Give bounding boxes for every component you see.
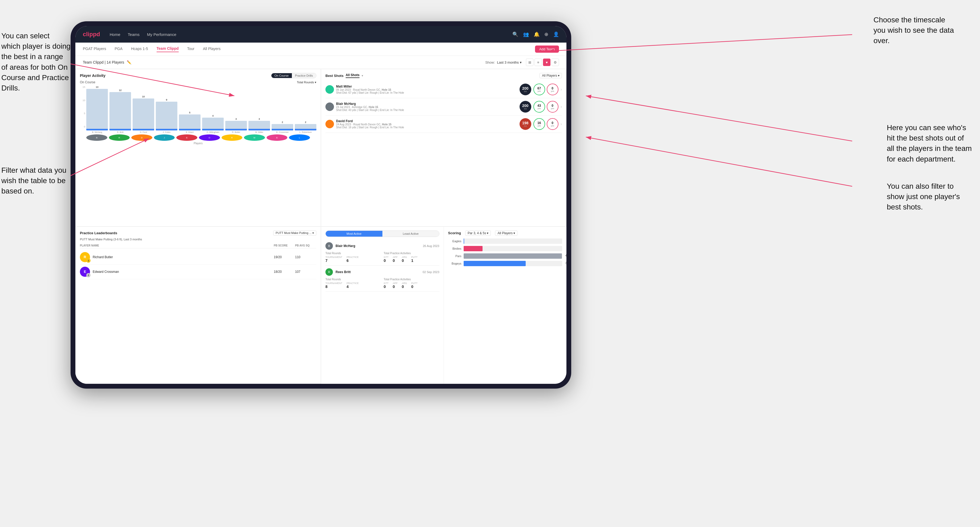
add-team-button[interactable]: Add Team [535,46,559,53]
eagles-label: Eagles [448,240,461,243]
best-shots-header: Best Shots All Shots ▾ All Players ▾ [325,73,562,78]
total-rounds-rees: Total Rounds Tournament 8 Practice 4 [325,278,381,289]
pb-avg-edward: 107 [295,270,317,274]
table-header: PLAYER NAME PB SCORE PB AVG SQ [80,243,317,248]
practice-drills-toggle[interactable]: Practice Drills [292,73,316,78]
settings-view-button[interactable]: ⚙ [552,59,559,66]
rounds-grid-blair: Tournament 7 Practice 6 [325,256,381,263]
tab-team-clippd[interactable]: Team Clippd [157,46,179,52]
activity-card-rees: R Rees Britt 02 Sep 2023 Total Rounds To… [325,266,439,292]
team-title: Team Clippd | 14 Players [83,60,124,64]
avatar-l-robertson: L [289,135,310,141]
tab-pgat-players[interactable]: PGAT Players [83,46,106,52]
nav-items: Home Teams My Performance [110,32,512,37]
scoring-row-birdies: Birdies 96 [448,246,562,251]
profile-icon[interactable]: 👤 [553,32,559,37]
practice-grid-rees: GTT 0 APP 0 ARG 0 [384,282,439,289]
scoring-par-dropdown[interactable]: Par 3, 4 & 5s ▾ [465,230,491,236]
tab-hcaps[interactable]: Hcaps 1-5 [131,46,148,52]
stat-end-david: 0 yds [547,118,558,130]
scoring-row-bogeys: Bogeys 315 [448,261,562,266]
bogeys-bar-wrap: 315 [464,261,562,266]
chevron-down-icon: ▾ [558,74,560,78]
birdies-bar-wrap: 96 [464,246,562,251]
on-course-toggle[interactable]: On Course [271,73,292,78]
nav-home[interactable]: Home [110,32,120,37]
leaderboard-row-2: E 2 Edward Crossman 18/20 107 [80,265,317,279]
shot-chevron-blair[interactable]: › [561,104,562,109]
activity-panel-title: Player Activity [80,73,105,78]
scoring-players-dropdown[interactable]: All Players ▾ [495,230,517,236]
practice-rounds-blair: Practice 6 [347,256,359,263]
practice-sub-title: PUTT Must Make Putting (3-6 ft), Last 3 … [80,238,317,241]
table-view-button[interactable]: ≡ [535,59,542,66]
users-icon[interactable]: 👥 [523,32,529,37]
bogeys-label: Bogeys [448,262,461,265]
player-row-info-2: E 2 Edward Crossman [80,267,274,277]
shot-chevron-matt[interactable]: › [561,87,562,92]
nav-teams[interactable]: Teams [128,32,140,37]
bell-icon[interactable]: 🔔 [534,32,539,37]
tab-pga[interactable]: PGA [115,46,123,52]
avatar-j-coles: J [154,135,175,141]
least-active-tab[interactable]: Least Active [382,231,439,237]
avatar-r-britt: R [109,135,130,141]
scoring-row-pars: Pars 499 [448,253,562,259]
activity-stats-blair: Total Rounds Tournament 7 Practice 6 [325,252,439,263]
tablet-frame: clippd Home Teams My Performance 🔍 👥 🔔 ⊕… [71,21,571,389]
sub-navigation: PGAT Players PGA Hcaps 1-5 Team Clippd T… [75,43,566,56]
search-icon[interactable]: 🔍 [512,32,518,37]
shot-info-blair: Shot Dist: 43 yds | Start Lie: Rough | E… [336,109,517,111]
tablet-screen: clippd Home Teams My Performance 🔍 👥 🔔 ⊕… [75,26,566,384]
col-pb-score: PB SCORE [274,244,295,247]
tournament-rounds-blair: Tournament 7 [325,256,342,263]
eagles-bar-wrap: 3 [464,238,562,244]
chevron-down-icon: ▾ [514,231,515,235]
activity-player-name-blair: Blair McHarg [336,244,355,248]
putt-blair: PUTT 1 [411,256,418,263]
leaderboard-row-1: R 1 Richard Butler 19/20 110 [80,250,317,265]
nav-my-performance[interactable]: My Performance [147,32,176,37]
team-header-bar: Team Clippd | 14 Players ✏️ Show: Last 3… [75,56,566,69]
shot-chevron-david[interactable]: › [561,122,562,126]
scoring-panel: Scoring Par 3, 4 & 5s ▾ All Players ▾ Ea… [444,227,567,384]
app-rees: APP 0 [393,282,398,289]
add-icon[interactable]: ⊕ [544,32,548,37]
tab-all-players[interactable]: All Players [203,46,221,52]
bottom-right-panels: Most Active Least Active B Blair McHarg … [321,227,566,384]
player-detail-blair: 23 Jul 2023 · Ashridge GC, Hole 15 [336,106,517,109]
player-info-blair: Blair McHarg 23 Jul 2023 · Ashridge GC, … [336,102,517,111]
time-filter-dropdown[interactable]: Last 3 months ▾ [497,60,522,64]
best-shots-title: Best Shots [325,74,344,78]
activity-toggle: Most Active Least Active [325,230,439,237]
pb-avg-richard: 110 [295,255,317,259]
pars-label: Pars [448,254,461,258]
rank-badge-2: 2 [86,273,91,277]
practice-grid-blair: GTT 0 APP 0 ARG 0 [384,256,439,263]
practice-drill-dropdown[interactable]: PUTT Must Make Putting ... ▾ [273,230,317,236]
player-detail-matt: 09 Jun 2023 · Royal North Devon GC, Hole… [336,88,517,91]
all-shots-tab[interactable]: All Shots [346,73,360,78]
app-blair: APP 0 [393,256,398,263]
scoring-header: Scoring Par 3, 4 & 5s ▾ All Players ▾ [448,230,562,236]
activity-panel-header: Player Activity On Course Practice Drill… [80,73,317,78]
shot-card-blair-mcharg: Blair McHarg 23 Jul 2023 · Ashridge GC, … [325,98,562,116]
stat-dist-david: 16 yds [533,118,545,130]
shot-stats-blair: 43 yds 0 yds [533,101,558,113]
practice-header: Practice Leaderboards PUTT Must Make Put… [80,230,317,236]
edit-icon[interactable]: ✏️ [127,60,131,64]
all-players-dropdown[interactable]: All Players ▾ [539,73,562,78]
shot-stats-david: 16 yds 0 yds [533,118,558,130]
grid-view-button[interactable]: ⊞ [526,59,533,66]
shot-badge-matt: 200 SG [520,84,531,95]
tab-tour[interactable]: Tour [187,46,194,52]
total-rounds-dropdown[interactable]: Total Rounds ▾ [297,81,317,84]
nav-icons: 🔍 👥 🔔 ⊕ 👤 [512,32,559,37]
most-active-tab[interactable]: Most Active [326,231,382,237]
heart-view-button[interactable]: ♥ [543,59,550,66]
player-info-david: David Ford 24 Aug 2023 · Royal North Dev… [336,119,517,129]
player-activity-panel: Player Activity On Course Practice Drill… [75,69,321,227]
rounds-grid-rees: Tournament 8 Practice 4 [325,282,381,289]
player-name-blair: Blair McHarg [336,102,517,106]
top-navigation: clippd Home Teams My Performance 🔍 👥 🔔 ⊕… [75,26,566,43]
